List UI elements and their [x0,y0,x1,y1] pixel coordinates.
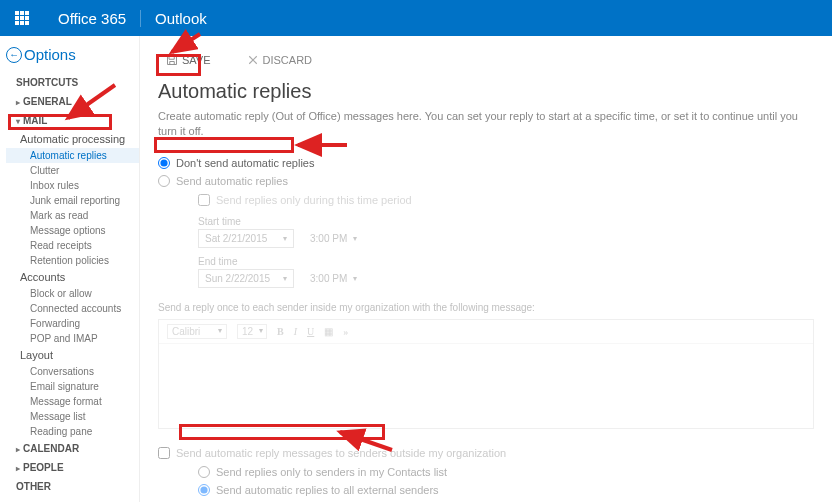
nav-mail[interactable]: MAIL [6,111,139,130]
nav-connected-accounts[interactable]: Connected accounts [6,301,139,316]
italic-button[interactable]: I [294,326,297,337]
end-date-dropdown[interactable]: Sun 2/22/2015▾ [198,269,294,288]
discard-icon [247,54,259,66]
discard-button[interactable]: DISCARD [239,50,321,70]
nav-automatic-replies[interactable]: Automatic replies [6,148,139,163]
nav-message-format[interactable]: Message format [6,394,139,409]
radio-dont-send-input[interactable] [158,157,170,169]
highlight-button[interactable]: ▦ [324,326,333,337]
chevron-down-icon: ▾ [353,234,357,243]
checkbox-time-period[interactable]: Send replies only during this time perio… [198,190,814,210]
nav-block-allow[interactable]: Block or allow [6,286,139,301]
nav-message-options[interactable]: Message options [6,223,139,238]
underline-button[interactable]: U [307,326,314,337]
checkbox-outside-senders-label: Send automatic reply messages to senders… [176,447,506,459]
nav-people[interactable]: PEOPLE [6,458,139,477]
bold-button[interactable]: B [277,326,284,337]
editor-toolbar: Calibri▾ 12▾ B I U ▦ » [159,320,813,344]
radio-outside-all-input[interactable] [198,484,210,496]
chevron-down-icon: ▾ [353,274,357,283]
nav-retention[interactable]: Retention policies [6,253,139,268]
nav-accounts[interactable]: Accounts [6,268,139,286]
nav-general[interactable]: GENERAL [6,92,139,111]
nav-other[interactable]: OTHER [6,477,139,496]
save-icon [166,54,178,66]
end-hour-dropdown[interactable]: 3:00 PM▾ [304,270,363,287]
radio-dont-send-label: Don't send automatic replies [176,157,314,169]
nav-clutter[interactable]: Clutter [6,163,139,178]
page-title: Automatic replies [158,80,814,109]
checkbox-outside-senders[interactable]: Send automatic reply messages to senders… [158,443,814,463]
nav-inbox-rules[interactable]: Inbox rules [6,178,139,193]
nav-automatic-processing[interactable]: Automatic processing [6,130,139,148]
radio-outside-contacts-label: Send replies only to senders in my Conta… [216,466,447,478]
save-label: SAVE [182,54,211,66]
inside-msg-label: Send a reply once to each sender inside … [158,290,814,319]
radio-send-input[interactable] [158,175,170,187]
nav-pop-imap[interactable]: POP and IMAP [6,331,139,346]
nav-calendar[interactable]: CALENDAR [6,439,139,458]
nav-layout[interactable]: Layout [6,346,139,364]
brand-outlook: Outlook [141,10,221,27]
toolbar: SAVE DISCARD [158,44,814,80]
back-arrow-icon: ← [6,47,22,63]
radio-send[interactable]: Send automatic replies [158,172,814,190]
page-description: Create automatic reply (Out of Office) m… [158,109,814,154]
checkbox-time-period-label: Send replies only during this time perio… [216,194,412,206]
radio-dont-send[interactable]: Don't send automatic replies [158,154,814,172]
options-label: Options [24,46,76,63]
start-date-dropdown[interactable]: Sat 2/21/2015▾ [198,229,294,248]
chevron-down-icon: ▾ [283,274,287,283]
start-time-label: Start time [198,210,814,227]
nav-mark-as-read[interactable]: Mark as read [6,208,139,223]
back-to-options[interactable]: ← Options [6,42,139,73]
font-size-dropdown[interactable]: 12▾ [237,324,267,339]
nav-reading-pane[interactable]: Reading pane [6,424,139,439]
nav-junk[interactable]: Junk email reporting [6,193,139,208]
radio-outside-contacts-input[interactable] [198,466,210,478]
nav-shortcuts[interactable]: SHORTCUTS [6,73,139,92]
brand-office365: Office 365 [44,10,141,27]
start-hour-dropdown[interactable]: 3:00 PM▾ [304,230,363,247]
nav-email-signature[interactable]: Email signature [6,379,139,394]
radio-send-label: Send automatic replies [176,175,288,187]
save-button[interactable]: SAVE [158,50,219,70]
app-launcher-button[interactable] [0,0,44,36]
end-time-label: End time [198,250,814,267]
checkbox-outside-senders-input[interactable] [158,447,170,459]
grid-icon [15,11,29,25]
app-header: Office 365 Outlook [0,0,832,36]
font-family-dropdown[interactable]: Calibri▾ [167,324,227,339]
radio-outside-contacts[interactable]: Send replies only to senders in my Conta… [158,463,814,481]
checkbox-time-period-input[interactable] [198,194,210,206]
inside-msg-editor[interactable]: Calibri▾ 12▾ B I U ▦ » [158,319,814,429]
options-sidebar: ← Options SHORTCUTS GENERAL MAIL Automat… [0,36,140,502]
radio-outside-all-label: Send automatic replies to all external s… [216,484,439,496]
chevron-down-icon: ▾ [283,234,287,243]
nav-message-list[interactable]: Message list [6,409,139,424]
nav-conversations[interactable]: Conversations [6,364,139,379]
discard-label: DISCARD [263,54,313,66]
nav-forwarding[interactable]: Forwarding [6,316,139,331]
nav-read-receipts[interactable]: Read receipts [6,238,139,253]
radio-outside-all[interactable]: Send automatic replies to all external s… [158,481,814,499]
more-button[interactable]: » [343,326,348,337]
settings-content: SAVE DISCARD Automatic replies Create au… [140,36,832,502]
